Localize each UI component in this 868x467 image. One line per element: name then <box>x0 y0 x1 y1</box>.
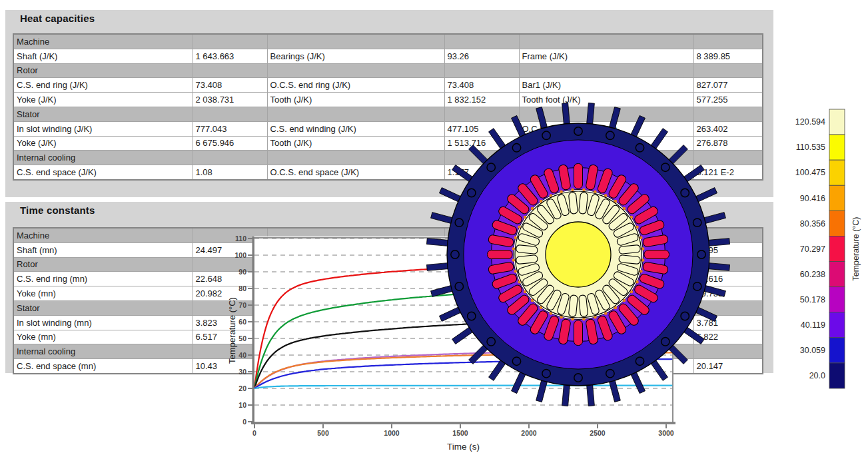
legend-value-label: 20.0 <box>809 371 825 380</box>
x-tick-label: 3000 <box>658 429 674 437</box>
y-tick-label: 100 <box>234 251 246 259</box>
cooling-fin <box>707 262 730 270</box>
legend-color-segment <box>829 287 845 312</box>
y-tick-label: 30 <box>238 368 246 376</box>
cooling-fin <box>562 103 570 126</box>
thermal-analysis-report: Heat capacities MachineShaft (J/K)1 643.… <box>0 0 868 467</box>
cooling-fin <box>426 238 450 246</box>
airgap-dot <box>642 247 645 250</box>
legend-value-label: 30.059 <box>800 346 825 355</box>
cell-label: O.C.S. end ring (J/K) <box>267 78 444 93</box>
section-cell: Stator <box>13 300 193 315</box>
cooling-fin <box>562 383 570 406</box>
cell-label: C.S. end winding (J/K) <box>267 121 444 136</box>
cell-value: 6 675.946 <box>193 136 267 151</box>
cell-value: 1.08 <box>193 165 267 180</box>
y-tick-label: 50 <box>238 334 246 342</box>
legend-color-segment <box>829 363 845 388</box>
airgap-dot <box>642 258 645 262</box>
section-cell: Stator <box>13 107 193 121</box>
cooling-fin <box>707 238 730 246</box>
legend-value-label: 70.297 <box>800 244 825 254</box>
section-cell <box>193 107 267 121</box>
legend-color-segment <box>829 262 845 287</box>
y-tick-label: 0 <box>242 418 246 426</box>
airgap-dot <box>594 190 597 193</box>
legend-color-segment <box>829 211 845 236</box>
rotor-bar <box>568 295 578 317</box>
legend-value-label: 90.416 <box>800 194 825 203</box>
bolt-hole <box>681 312 689 320</box>
rotor-bar <box>579 192 588 214</box>
cell-value: 2 038.731 <box>193 93 267 107</box>
airgap-dot <box>514 236 517 239</box>
section-cell <box>267 151 444 165</box>
legend-color-segment <box>829 185 845 211</box>
cell-label: Shaft (J/K) <box>13 49 193 63</box>
legend-value-label: 60.238 <box>800 270 825 279</box>
section-cell: Machine <box>13 228 193 242</box>
bolt-hole <box>606 370 614 378</box>
section-cell <box>519 63 693 78</box>
airgap-dot <box>582 318 586 321</box>
time-constants-title: Time constants <box>20 205 95 216</box>
cell-label: In slot winding (mn) <box>13 315 193 330</box>
y-tick-label: 90 <box>238 268 246 276</box>
section-row: Rotor <box>13 63 763 78</box>
bolt-hole <box>574 127 582 135</box>
section-cell <box>444 63 519 78</box>
section-cell <box>519 34 693 49</box>
bolt-hole <box>636 144 644 152</box>
legend-value-label: 120.594 <box>795 117 825 127</box>
rotor-bar <box>516 255 538 264</box>
legend-value-label: 110.535 <box>796 143 825 152</box>
cell-label: Yoke (J/K) <box>13 136 193 151</box>
x-tick-label: 500 <box>317 429 329 437</box>
y-tick-label: 40 <box>238 351 246 359</box>
section-cell: Rotor <box>13 257 193 272</box>
bolt-hole <box>636 357 644 365</box>
y-tick-label: 60 <box>238 318 246 326</box>
rotor-bar <box>619 244 641 254</box>
legend-color-segment <box>829 236 845 261</box>
x-axis-label: Time (s) <box>447 442 480 452</box>
section-cell: Internal cooling <box>13 344 193 359</box>
bolt-hole <box>455 219 463 227</box>
bolt-hole <box>661 338 669 346</box>
bolt-hole <box>512 357 520 365</box>
legend-value-label: 50.178 <box>800 295 825 304</box>
section-cell <box>693 63 763 78</box>
section-row: Machine <box>13 34 763 49</box>
bolt-hole <box>693 219 701 227</box>
bolt-hole <box>542 131 550 139</box>
motor-cross-section <box>425 101 731 408</box>
legend-color-segment <box>829 109 845 135</box>
section-cell <box>267 63 444 78</box>
cell-label: C.S. end ring (mn) <box>13 272 193 286</box>
airgap-dot <box>640 270 643 273</box>
airgap-dot <box>640 236 643 239</box>
bolt-hole <box>681 189 689 197</box>
cell-label: C.S. end space (J/K) <box>13 165 193 180</box>
airgap-dot <box>514 270 517 273</box>
stator-slot-winding <box>644 250 669 259</box>
cooling-fin <box>426 262 450 270</box>
bolt-hole <box>451 250 459 258</box>
section-cell <box>444 34 519 49</box>
x-tick-label: 2500 <box>590 429 606 437</box>
bolt-hole <box>487 163 495 171</box>
cell-label: Shaft (mn) <box>13 242 193 257</box>
legend-value-label: 80.356 <box>800 219 825 229</box>
bolt-hole <box>693 282 701 290</box>
cell-label: Bearings (J/K) <box>267 49 444 63</box>
x-tick-label: 1500 <box>452 429 468 437</box>
stator-slot-winding <box>488 250 513 259</box>
legend-color-segment <box>829 135 845 160</box>
section-cell <box>267 107 444 121</box>
table-row: C.S. end ring (J/K)73.408O.C.S. end ring… <box>13 78 763 93</box>
y-tick-label: 10 <box>238 401 246 409</box>
y-tick-label: 110 <box>235 234 246 242</box>
bolt-hole <box>487 338 495 346</box>
rotor-bar <box>516 244 538 254</box>
x-tick-label: 1000 <box>384 429 400 437</box>
